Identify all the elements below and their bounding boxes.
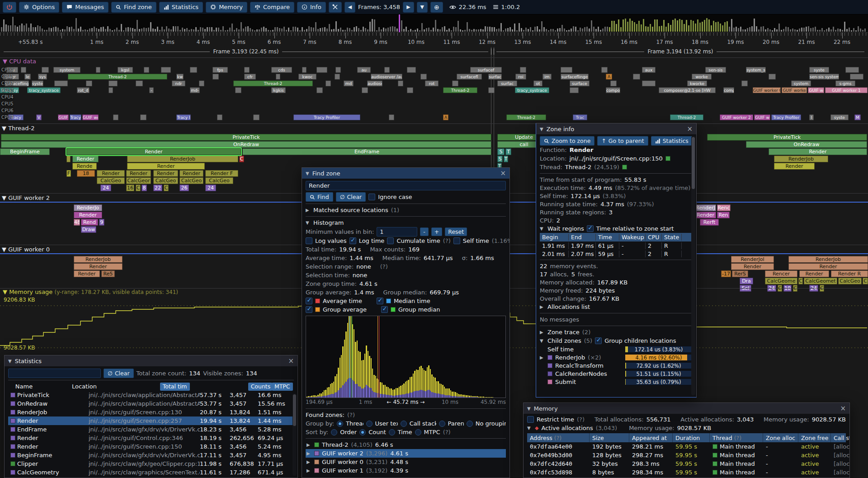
statistics-row[interactable]: RenderJobjni/../jni/src/guif/Screen.cpp:… — [8, 408, 294, 416]
cpu-zone-segment[interactable]: surface — [570, 80, 590, 86]
cpu-zone-segment[interactable] — [407, 87, 413, 93]
timeline-zone[interactable]: Render R — [831, 270, 868, 277]
timeline-zone[interactable]: Render — [97, 170, 125, 177]
timeline-zone[interactable]: T — [504, 156, 508, 162]
timeline-zone[interactable]: Render — [179, 170, 203, 177]
cpu-zone-segment[interactable] — [561, 67, 572, 73]
scrollbar[interactable] — [292, 393, 297, 476]
cpu-zone-segment[interactable]: sys — [38, 74, 47, 80]
column-header-name[interactable]: Name — [15, 383, 72, 390]
cpu-zone-segment[interactable]: syste — [809, 67, 829, 73]
cpu-zone-segment[interactable]: ot — [533, 80, 542, 86]
ignore-case-checkbox[interactable] — [368, 194, 375, 200]
cpu-zone-segment[interactable] — [140, 114, 146, 120]
zone-trace[interactable]: ▶Zone trace(2) — [540, 328, 693, 336]
toolbar-button-info[interactable]: Info — [297, 2, 326, 13]
memory-column-header[interactable]: Zone free — [798, 433, 831, 442]
cpu-zone-segment[interactable] — [610, 80, 617, 86]
timeline-zone[interactable]: BeginFrame — [0, 148, 50, 155]
cpu-zone-segment[interactable]: kwoc — [298, 74, 316, 80]
cpu-zone-segment[interactable]: Thread-2 — [443, 87, 477, 93]
close-icon[interactable]: × — [687, 126, 693, 133]
time-relative-checkbox[interactable] — [587, 225, 594, 232]
cpu-zone-segment[interactable]: tracy_systrace — [515, 87, 549, 93]
statistics-titlebar[interactable]: ▼Statistics× — [5, 355, 297, 366]
cpu-zone-segment[interactable]: syste — [32, 80, 43, 86]
cpu-zone-segment[interactable]: surfacefl — [457, 74, 482, 80]
tree-arrow-icon[interactable]: ▶ — [307, 442, 311, 447]
cpu-zone-segment[interactable] — [362, 87, 368, 93]
memory-column-header[interactable]: Zone alloc — [763, 433, 798, 442]
option-checkbox-log-time[interactable] — [349, 237, 356, 244]
zoom-to-zone-button[interactable]: Zoom to zone — [540, 136, 594, 146]
close-icon[interactable]: × — [288, 358, 294, 364]
column-header-location[interactable]: Location — [72, 383, 160, 390]
cpu-zone-segment[interactable]: composer@2.1-se [HW — [659, 87, 716, 93]
cpu-zone-segment[interactable] — [144, 67, 149, 73]
cpu-zone-segment[interactable]: surfacef — [470, 67, 502, 73]
cpu-zone-segment[interactable]: system_s — [746, 67, 766, 73]
timeline-zone[interactable]: RenderJo — [74, 204, 102, 211]
frame-marker[interactable]: Frame 3,193 (22.45 ms) — [4, 47, 488, 56]
cpu-zone-segment[interactable]: V — [36, 114, 42, 120]
timeline-zone[interactable]: 48 — [74, 219, 80, 226]
allocations-list[interactable]: ▶Allocations list — [540, 303, 693, 311]
timeline-zone[interactable]: Render — [774, 163, 815, 170]
cpu-zone-segment[interactable] — [316, 67, 327, 73]
toolbar-button-options[interactable]: Options — [19, 2, 59, 13]
timeline-zone[interactable]: Rencer — [765, 270, 797, 277]
cpu-zone-segment[interactable]: GUIF — [58, 114, 69, 120]
found-zone-group[interactable]: ▶GUIF worker 0(3,231)4.48 s — [306, 458, 506, 466]
cpu-zone-segment[interactable] — [302, 67, 307, 73]
tree-arrow-icon[interactable]: ▶ — [540, 304, 545, 309]
statistics-row[interactable]: OnRedrawjni/../jni/src/claw/application/… — [8, 399, 294, 408]
memory-column-header[interactable]: Size — [590, 433, 629, 442]
timeline-zone[interactable]: C — [239, 156, 244, 162]
wait-regions-header[interactable]: ▼Wait regionsTime relative to zone start — [540, 224, 693, 233]
filter-zones-input[interactable] — [8, 369, 101, 378]
cpu-zone-segment[interactable] — [199, 80, 204, 86]
cpu-zone-segment[interactable]: md — [344, 80, 354, 86]
cpu-zone-segment[interactable]: kgkis — [271, 87, 286, 93]
tree-arrow-icon[interactable]: ▶ — [307, 468, 311, 473]
timeline-zone[interactable]: Dra — [740, 278, 753, 284]
wait-region-row[interactable]: 2.01 ms2.07 ms59 μs-2R — [540, 250, 693, 258]
timeline-zone[interactable]: 26 — [179, 185, 189, 191]
timeline-zone[interactable]: Draw — [81, 226, 96, 233]
timeline-zone[interactable]: CalcGeo — [153, 177, 178, 184]
cpu-zone-segment[interactable] — [633, 74, 640, 80]
cpu-zone-segment[interactable] — [389, 114, 394, 120]
cpu-zone-segment[interactable] — [642, 80, 656, 86]
cpu-zone-segment[interactable]: Thread-2 — [68, 74, 167, 80]
timeline-zone[interactable]: 18 — [77, 170, 95, 177]
cpu-zone-segment[interactable]: Tracy Profiler — [293, 114, 360, 120]
timeline-zone[interactable]: Render — [695, 212, 716, 218]
cpu-zone-segment[interactable] — [212, 74, 219, 80]
call-stack-alloc-link[interactable]: [alloc] — [834, 443, 849, 450]
cpu-zone-segment[interactable]: compos — [606, 87, 620, 93]
tree-arrow-icon[interactable]: ▶ — [307, 459, 311, 464]
toolbar-button-statistics[interactable]: Statistics — [159, 2, 203, 13]
call-stack-cell[interactable]: [alloc][free] — [831, 469, 849, 476]
memory-allocation-row[interactable]: 0x7dfc42d64032 bytes298.3 ms59.95 sMain … — [527, 459, 846, 468]
cpu-zone-segment[interactable]: rot_d — [77, 87, 90, 93]
cpu-zone-segment[interactable]: composer@ — [723, 87, 734, 93]
cpu-zone-segment[interactable]: GUIF worke — [782, 87, 807, 93]
cpu-zone-segment[interactable] — [108, 87, 113, 93]
cpu-zone-segment[interactable]: Tracy I — [176, 114, 191, 120]
cpu-zone-segment[interactable]: sen-sis system_se — [809, 74, 839, 80]
cpu-zone-segment[interactable] — [741, 80, 748, 86]
cpu-zone-segment[interactable]: kworke — [687, 80, 707, 86]
timeline-zone[interactable]: CalcGeo — [838, 278, 862, 284]
child-zone-row[interactable]: CalcRenderNodes51.51 us (1.15%) — [540, 369, 693, 378]
toolbar-button-compare[interactable]: Compare — [250, 2, 294, 13]
cpu-zone-segment[interactable]: audioserver /audio — [371, 74, 402, 80]
timeline-zone[interactable]: Render — [74, 270, 100, 277]
toolbar-button-memory[interactable]: Memory — [206, 2, 247, 13]
call-stack-alloc-link[interactable]: [alloc] — [834, 452, 849, 459]
cpu-zone-segment[interactable] — [276, 74, 280, 80]
memory-titlebar[interactable]: ▼Memory× — [524, 403, 849, 414]
timeline-zone[interactable]: CalcGeo — [97, 177, 125, 184]
tree-arrow-icon[interactable]: ▼ — [527, 426, 532, 431]
found-zone-group[interactable]: ▶GUIF worker 1(3,192)4.39 s — [306, 466, 506, 475]
